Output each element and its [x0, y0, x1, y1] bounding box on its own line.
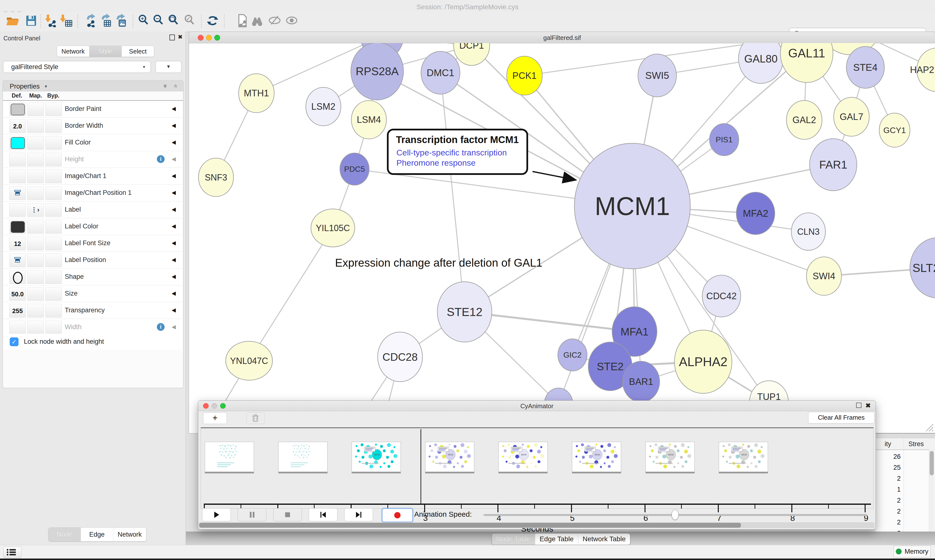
- save-session-button[interactable]: [24, 14, 39, 28]
- network-node-pdc5[interactable]: PDC5: [340, 153, 369, 185]
- task-history-button[interactable]: [3, 547, 22, 558]
- stop-button[interactable]: [273, 508, 302, 521]
- zoom-selected-button[interactable]: ✓: [183, 14, 197, 28]
- map-cell[interactable]: [27, 119, 44, 133]
- tab-network[interactable]: Network: [57, 46, 89, 57]
- frame-thumbnail-3s[interactable]: MCM: [425, 442, 474, 474]
- network-node-mfa2[interactable]: MFA2: [736, 192, 775, 234]
- default-value[interactable]: 255: [9, 307, 26, 315]
- properties-header[interactable]: Properties ▾ » »: [3, 81, 183, 91]
- table-cell-value[interactable]: 2: [876, 508, 901, 515]
- network-node-gcy1[interactable]: GCY1: [879, 113, 910, 147]
- column-header-stress[interactable]: Stres: [909, 440, 924, 448]
- timeline-scrollbar-thumb[interactable]: [199, 523, 741, 528]
- table-tab-network-table[interactable]: Network Table: [578, 534, 630, 545]
- expand-row-icon[interactable]: ◀: [172, 156, 176, 162]
- default-value[interactable]: 12: [9, 240, 26, 248]
- expand-all-icon[interactable]: »: [171, 84, 179, 88]
- def-cell[interactable]: [9, 169, 26, 183]
- network-node-lsm4[interactable]: LSM4: [351, 100, 386, 139]
- property-row-label-font-size[interactable]: 12Label Font Size◀: [3, 235, 182, 252]
- delete-frame-button[interactable]: [246, 412, 265, 424]
- skip-start-button[interactable]: [309, 508, 338, 521]
- lock-dimensions-checkbox[interactable]: ✓: [10, 337, 19, 346]
- property-row-width[interactable]: Widthi◀: [3, 319, 182, 336]
- table-cell-value[interactable]: 1: [876, 486, 901, 493]
- map-cell[interactable]: [27, 287, 44, 301]
- default-value[interactable]: 50.0: [9, 291, 26, 298]
- tab-style[interactable]: Style: [89, 46, 122, 57]
- byp-cell[interactable]: [45, 169, 62, 183]
- byp-cell[interactable]: [45, 287, 62, 301]
- pause-button[interactable]: [238, 508, 266, 521]
- import-table-button[interactable]: [60, 14, 74, 28]
- property-row-size[interactable]: 50.0Size◀: [3, 285, 182, 302]
- expand-row-icon[interactable]: ◀: [172, 324, 176, 330]
- export-network-button[interactable]: [83, 14, 98, 28]
- skip-end-button[interactable]: [344, 508, 373, 521]
- expand-row-icon[interactable]: ◀: [172, 290, 176, 297]
- refresh-view-button[interactable]: [206, 14, 220, 28]
- network-node-cln3[interactable]: CLN3: [792, 213, 825, 250]
- style-tab-network[interactable]: Network: [113, 528, 146, 541]
- network-edge[interactable]: [440, 73, 464, 312]
- network-node-dcp1[interactable]: DCP1: [454, 43, 490, 65]
- def-cell[interactable]: [9, 186, 26, 200]
- byp-cell[interactable]: [45, 304, 62, 317]
- expand-row-icon[interactable]: ◀: [172, 240, 176, 246]
- map-cell[interactable]: [27, 304, 44, 317]
- def-cell[interactable]: 255: [9, 304, 26, 317]
- style-selector[interactable]: galFiltered Style ▾: [3, 61, 151, 73]
- byp-cell[interactable]: [45, 270, 62, 284]
- style-options-button[interactable]: ▼: [155, 61, 182, 73]
- frame-thumbnail-1s[interactable]: [278, 442, 327, 474]
- tab-select[interactable]: Select: [122, 46, 154, 57]
- network-node-gal11[interactable]: GAL11: [781, 43, 833, 83]
- def-cell[interactable]: [9, 321, 26, 334]
- table-cell-value[interactable]: 2: [876, 518, 901, 526]
- annotation-box[interactable]: Transcription factor MCM1 Cell-type-spec…: [387, 129, 528, 175]
- network-node-ste4[interactable]: STE4: [846, 46, 884, 88]
- network-node-hap2[interactable]: HAP2: [910, 48, 935, 92]
- byp-cell[interactable]: [45, 102, 62, 116]
- frame-thumbnail-0s[interactable]: [205, 442, 254, 474]
- style-tab-node[interactable]: Node: [48, 528, 81, 541]
- map-cell[interactable]: [27, 153, 44, 166]
- network-node-dmc1[interactable]: DMC1: [421, 51, 460, 94]
- zoom-in-button[interactable]: +: [137, 14, 151, 28]
- expand-row-icon[interactable]: ◀: [172, 274, 176, 280]
- close-panel-icon[interactable]: ✖: [178, 34, 183, 40]
- byp-cell[interactable]: [45, 153, 62, 166]
- clear-all-frames-button[interactable]: Clear All Frames: [808, 412, 874, 423]
- map-cell[interactable]: ⋮›: [27, 203, 44, 217]
- network-node-gal2[interactable]: GAL2: [787, 100, 822, 139]
- record-button[interactable]: [382, 508, 413, 522]
- expand-row-icon[interactable]: ◀: [172, 106, 176, 112]
- animation-speed-slider-thumb[interactable]: [671, 510, 679, 520]
- network-node-gic2[interactable]: GIC2: [558, 339, 587, 371]
- network-node-gal7[interactable]: GAL7: [834, 97, 869, 136]
- table-scrollbar[interactable]: [929, 449, 935, 532]
- network-node-swi4[interactable]: SWI4: [807, 257, 841, 295]
- property-row-label[interactable]: ⋮›Label◀: [3, 202, 182, 218]
- column-header-centrality[interactable]: ity: [885, 440, 891, 448]
- discrete-mapping-icon[interactable]: ⋮›: [31, 206, 39, 214]
- expand-row-icon[interactable]: ◀: [172, 189, 176, 196]
- table-cell-value[interactable]: 2: [876, 497, 901, 504]
- def-cell[interactable]: [9, 102, 26, 116]
- map-cell[interactable]: [27, 220, 44, 234]
- info-icon[interactable]: i: [157, 323, 165, 331]
- timeline-scrollbar[interactable]: [199, 522, 875, 528]
- network-node-swi5[interactable]: SWI5: [638, 54, 676, 97]
- network-node-gal80[interactable]: GAL80: [739, 43, 783, 83]
- frame-thumbnail-5s[interactable]: MCM: [572, 442, 621, 474]
- byp-cell[interactable]: [45, 186, 62, 200]
- byp-cell[interactable]: [45, 321, 62, 334]
- property-row-image-chart-position-1[interactable]: Image/Chart Position 1◀: [3, 185, 182, 202]
- position-icon[interactable]: [14, 190, 21, 196]
- annotation-file-button[interactable]: [236, 14, 250, 28]
- add-frame-button[interactable]: +: [203, 412, 227, 424]
- open-session-button[interactable]: [6, 14, 20, 28]
- network-node-far1[interactable]: FAR1: [810, 138, 857, 191]
- float-panel-icon[interactable]: [170, 35, 175, 40]
